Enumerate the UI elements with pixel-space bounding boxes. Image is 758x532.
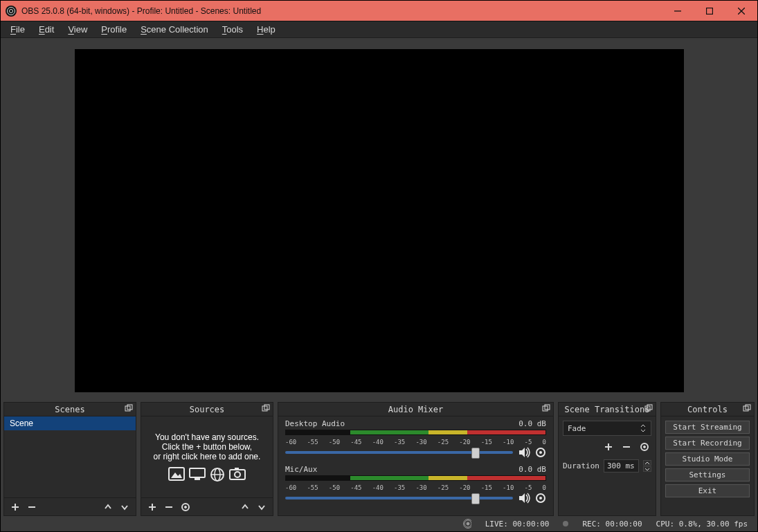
- gear-icon[interactable]: [535, 493, 546, 504]
- status-cpu: CPU: 0.8%, 30.00 fps: [656, 520, 748, 529]
- speaker-icon[interactable]: [518, 493, 531, 504]
- status-rec: REC: 00:00:00: [582, 520, 642, 529]
- exit-button[interactable]: Exit: [665, 484, 750, 497]
- scene-row[interactable]: Scene: [4, 416, 136, 430]
- audio-level-meter: [285, 475, 546, 484]
- transition-value: Fade: [568, 424, 586, 433]
- menu-edit[interactable]: Edit: [32, 21, 61, 37]
- obs-logo-icon: [5, 5, 17, 17]
- globe-icon: [210, 467, 225, 482]
- detach-icon[interactable]: [125, 404, 133, 412]
- gear-icon[interactable]: [535, 447, 546, 458]
- sources-hint-line: or right click here to add one.: [154, 452, 261, 461]
- scenes-title: Scenes: [55, 405, 84, 414]
- speaker-icon[interactable]: [518, 447, 531, 458]
- menu-view[interactable]: View: [61, 21, 94, 37]
- audio-level-meter: [285, 430, 546, 438]
- menu-help[interactable]: Help: [250, 21, 282, 37]
- remove-source-button[interactable]: [162, 500, 176, 514]
- camera-icon: [229, 467, 246, 482]
- scene-move-up-button[interactable]: [101, 500, 115, 514]
- titlebar: OBS 25.0.8 (64-bit, windows) - Profile: …: [1, 1, 757, 21]
- svg-rect-14: [169, 468, 184, 480]
- updown-icon: [640, 423, 647, 433]
- menubar: File Edit View Profile Scene Collection …: [1, 21, 757, 38]
- add-transition-button[interactable]: [602, 440, 615, 454]
- svg-point-28: [185, 506, 187, 508]
- menu-scene-collection[interactable]: Scene Collection: [134, 21, 215, 37]
- remove-transition-button[interactable]: [620, 440, 633, 454]
- svg-point-22: [235, 472, 240, 477]
- audio-track-name: Mic/Aux: [285, 465, 317, 474]
- start-streaming-button[interactable]: Start Streaming: [665, 421, 750, 434]
- status-bar: LIVE: 00:00:00 REC: 00:00:00 CPU: 0.8%, …: [3, 516, 755, 531]
- duration-label: Duration: [563, 461, 599, 470]
- menu-file[interactable]: File: [3, 21, 32, 37]
- preview-area: [3, 41, 755, 401]
- source-properties-button[interactable]: [179, 500, 192, 514]
- monitor-icon: [189, 467, 206, 482]
- studio-mode-button[interactable]: Studio Mode: [665, 452, 750, 466]
- start-recording-button[interactable]: Start Recording: [665, 437, 750, 450]
- record-dot-icon: [563, 521, 568, 526]
- source-move-up-button[interactable]: [238, 500, 252, 514]
- menu-tools[interactable]: Tools: [215, 21, 250, 37]
- add-scene-button[interactable]: [8, 500, 22, 514]
- sources-title: Sources: [190, 405, 225, 414]
- duration-spinner[interactable]: [643, 460, 651, 472]
- controls-title: Controls: [687, 405, 728, 414]
- scene-transitions-dock: Scene Transitions Fade Duration 300 ms: [558, 402, 656, 516]
- scene-transitions-title: Scene Transitions: [565, 405, 650, 414]
- scene-move-down-button[interactable]: [118, 500, 132, 514]
- svg-point-43: [644, 446, 646, 448]
- menu-profile[interactable]: Profile: [94, 21, 134, 37]
- image-icon: [168, 467, 185, 482]
- audio-track: Desktop Audio 0.0 dB -60-55-50-45-40-35-…: [285, 419, 546, 458]
- source-move-down-button[interactable]: [255, 500, 269, 514]
- scene-list[interactable]: Scene: [4, 416, 136, 497]
- window-minimize-button[interactable]: [662, 1, 694, 21]
- sources-hint-line: You don't have any sources.: [155, 432, 259, 442]
- detach-icon[interactable]: [262, 404, 270, 412]
- svg-rect-16: [190, 468, 205, 477]
- svg-marker-31: [519, 448, 525, 457]
- window-close-button[interactable]: [725, 1, 757, 21]
- transition-properties-button[interactable]: [638, 440, 651, 454]
- duration-input[interactable]: 300 ms: [604, 459, 639, 473]
- audio-track-level: 0.0 dB: [518, 465, 546, 474]
- audio-ticks: -60-55-50-45-40-35-30-25-20-15-10-50: [285, 484, 546, 491]
- audio-mixer-title: Audio Mixer: [388, 405, 443, 414]
- volume-slider[interactable]: [285, 497, 513, 499]
- add-source-button[interactable]: [145, 500, 159, 514]
- remove-scene-button[interactable]: [25, 500, 39, 514]
- svg-point-33: [539, 451, 542, 454]
- status-live: LIVE: 00:00:00: [485, 520, 550, 529]
- scenes-dock: Scenes Scene: [3, 402, 136, 516]
- audio-track: Mic/Aux 0.0 dB -60-55-50-45-40-35-30-25-…: [285, 465, 546, 504]
- window-maximize-button[interactable]: [694, 1, 725, 21]
- detach-icon[interactable]: [542, 404, 550, 412]
- audio-track-level: 0.0 dB: [518, 419, 546, 428]
- audio-ticks: -60-55-50-45-40-35-30-25-20-15-10-50: [285, 439, 546, 446]
- settings-button[interactable]: Settings: [665, 468, 750, 481]
- svg-point-36: [539, 497, 542, 499]
- svg-rect-23: [235, 468, 239, 470]
- svg-rect-17: [195, 478, 200, 480]
- preview-canvas[interactable]: [75, 49, 684, 392]
- audio-track-name: Desktop Audio: [285, 419, 345, 428]
- sources-hint-line: Click the + button below,: [162, 442, 252, 452]
- audio-mixer-dock: Audio Mixer Desktop Audio 0.0 dB -60-55-…: [278, 402, 554, 516]
- broadcast-icon: [463, 520, 471, 528]
- svg-point-46: [467, 522, 469, 525]
- sources-dock: Sources You don't have any sources. Clic…: [141, 402, 273, 516]
- window-title: OBS 25.0.8 (64-bit, windows) - Profile: …: [21, 6, 261, 16]
- detach-icon[interactable]: [644, 404, 653, 412]
- volume-slider[interactable]: [285, 451, 513, 454]
- svg-rect-4: [707, 8, 713, 14]
- svg-marker-15: [171, 473, 182, 478]
- svg-marker-34: [519, 493, 525, 503]
- detach-icon[interactable]: [743, 404, 751, 412]
- sources-hint[interactable]: You don't have any sources. Click the + …: [141, 416, 273, 497]
- controls-dock: Controls Start Streaming Start Recording…: [660, 402, 755, 516]
- transition-select[interactable]: Fade: [563, 421, 651, 436]
